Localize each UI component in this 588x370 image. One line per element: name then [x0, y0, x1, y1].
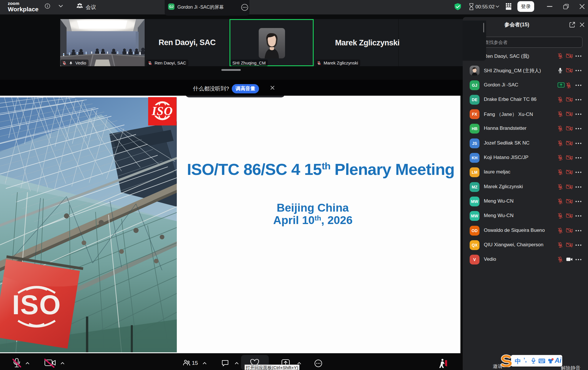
svg-text:ISO: ISO — [151, 104, 173, 118]
svg-text:ISO: ISO — [12, 289, 61, 320]
